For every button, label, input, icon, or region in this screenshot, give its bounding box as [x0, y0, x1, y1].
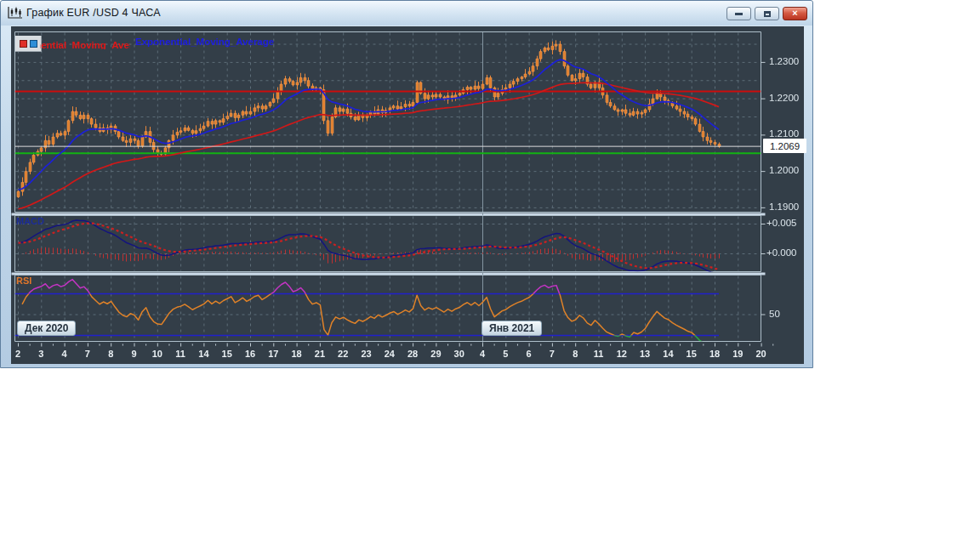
desktop: График EUR /USD 4 ЧАСА × Exponential_Mov… [0, 0, 980, 551]
window-title: График EUR /USD 4 ЧАСА [26, 7, 161, 19]
x-axis-label: 29 [430, 349, 441, 359]
rsi-axis-label: 50 [769, 309, 780, 319]
ema-red-chip[interactable] [20, 40, 27, 48]
x-axis-label: 7 [85, 349, 90, 359]
x-axis-label: 10 [152, 349, 162, 359]
legend-ema-red: Exponential_Moving_Average [40, 37, 130, 49]
chart-canvas[interactable] [11, 26, 804, 364]
x-axis-label: 4 [480, 349, 485, 359]
month-badge: Дек 2020 [17, 321, 76, 336]
price-axis-label: 1.2200 [769, 93, 799, 103]
x-axis-label: 8 [108, 349, 113, 359]
indicator-chip-panel [15, 36, 42, 52]
price-axis-label: 1.2100 [769, 128, 799, 139]
macd-label: MACD [16, 216, 44, 226]
legend-ema-blue: Exponential_Moving_Average [135, 37, 274, 47]
x-axis-label: 15 [222, 349, 232, 359]
x-axis-label: 13 [640, 349, 650, 359]
x-axis-label: 7 [550, 349, 555, 359]
price-axis-label: 1.1900 [769, 202, 799, 212]
x-axis-label: 11 [175, 349, 185, 359]
x-axis-label: 14 [663, 349, 673, 359]
current-price-box: 1.2069 [763, 139, 806, 153]
x-axis-label: 28 [407, 349, 418, 359]
chart-window: График EUR /USD 4 ЧАСА × Exponential_Mov… [0, 0, 813, 368]
x-axis-label: 11 [594, 349, 604, 359]
x-axis-label: 2 [15, 349, 20, 359]
x-axis-label: 23 [361, 349, 371, 359]
maximize-icon [764, 11, 771, 17]
rsi-label: RSI [16, 276, 31, 286]
window-controls: × [726, 7, 807, 20]
x-axis-label: 22 [338, 349, 348, 359]
minimize-button[interactable] [726, 7, 751, 20]
ema-blue-chip[interactable] [30, 40, 37, 48]
x-axis-label: 8 [573, 349, 578, 359]
macd-axis-label: +0.000 [766, 247, 797, 258]
x-axis-label: 12 [617, 349, 627, 359]
x-axis-label: 15 [687, 349, 697, 359]
close-icon: × [792, 9, 797, 18]
x-axis-label: 30 [454, 349, 464, 359]
x-axis-label: 17 [268, 349, 278, 359]
x-axis-label: 24 [385, 349, 395, 359]
month-badge: Янв 2021 [481, 321, 542, 336]
x-axis-label: 18 [709, 349, 720, 359]
minimize-icon [735, 13, 743, 15]
chart-app-icon [7, 6, 24, 20]
x-axis-label: 14 [198, 349, 208, 359]
chart-client-area: Exponential_Moving_Average Exponential_M… [11, 26, 804, 364]
x-axis-label: 9 [131, 349, 136, 359]
price-axis-label: 1.2000 [769, 165, 799, 175]
macd-axis-label: +0.005 [766, 218, 797, 228]
maximize-button[interactable] [755, 7, 779, 20]
x-axis-label: 16 [245, 349, 255, 359]
x-axis-label: 19 [732, 349, 743, 359]
close-button[interactable]: × [783, 7, 807, 20]
x-axis-label: 5 [503, 349, 508, 359]
x-axis-label: 21 [315, 349, 325, 359]
x-axis-label: 18 [291, 349, 301, 359]
price-axis-label: 1.2300 [769, 56, 799, 66]
x-axis-label: 20 [755, 349, 766, 359]
title-bar[interactable]: График EUR /USD 4 ЧАСА × [1, 1, 812, 26]
x-axis-label: 3 [38, 349, 43, 359]
x-axis-label: 6 [527, 349, 532, 359]
x-axis-label: 4 [62, 349, 67, 359]
